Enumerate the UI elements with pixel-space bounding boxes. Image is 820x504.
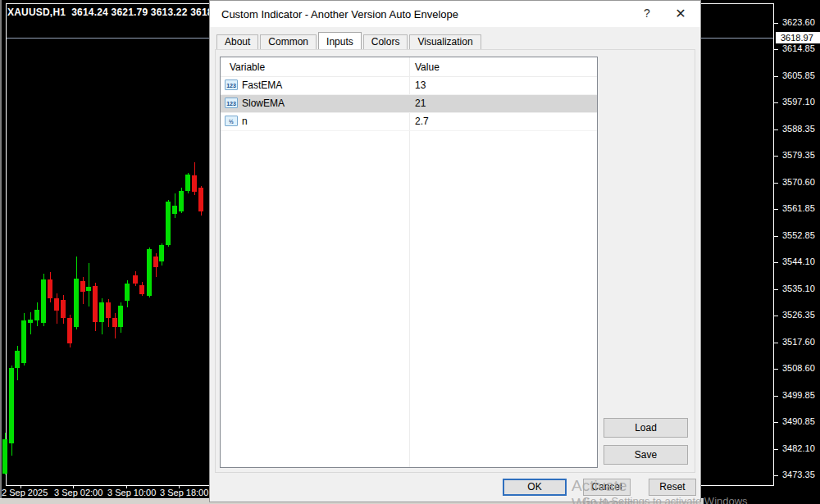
- chart-border-left: [6, 3, 7, 486]
- price-axis-label: 3605.85: [782, 70, 815, 80]
- candle-wick: [89, 263, 89, 306]
- candle-body: [15, 351, 20, 368]
- param-value[interactable]: 21: [415, 98, 426, 109]
- price-axis-label: 3579.35: [782, 150, 815, 160]
- candle-body: [74, 279, 79, 327]
- price-axis-tick: [774, 343, 778, 343]
- price-axis-label: 3535.10: [782, 284, 815, 293]
- param-type-icon: 123: [225, 98, 238, 108]
- price-axis-tick: [774, 262, 778, 263]
- price-axis-label: 3561.85: [782, 203, 815, 213]
- candle-body: [153, 257, 158, 267]
- price-axis-tick: [774, 156, 778, 157]
- time-axis-tick: [179, 485, 180, 488]
- time-axis-label: 3 Sep 18:00: [160, 488, 208, 497]
- price-axis-label: 3544.10: [782, 257, 815, 266]
- help-icon[interactable]: ?: [638, 7, 656, 21]
- candle-body: [125, 284, 130, 301]
- price-axis-tick: [774, 422, 778, 423]
- candle-body: [172, 206, 177, 214]
- candle-body: [41, 279, 46, 323]
- table-header-variable: Variable: [230, 61, 265, 73]
- price-axis-label: 3552.85: [782, 230, 815, 240]
- param-value[interactable]: 13: [415, 79, 426, 91]
- custom-indicator-dialog: Custom Indicator - Another Version Auto …: [209, 0, 701, 502]
- price-axis-label: 3517.60: [782, 337, 815, 347]
- price-axis-tick: [774, 23, 778, 24]
- current-price-tag: 3618.97: [776, 32, 820, 43]
- save-button[interactable]: Save: [604, 445, 688, 465]
- price-axis-tick: [774, 209, 778, 210]
- candle-body: [21, 320, 26, 363]
- price-axis-tick: [774, 49, 778, 50]
- candle-body: [147, 249, 152, 296]
- price-axis-tick: [774, 102, 778, 103]
- price-axis-label: 3473.35: [782, 470, 815, 479]
- candle-body: [159, 245, 164, 261]
- cancel-button[interactable]: Cancel: [583, 479, 631, 496]
- table-row-slowema[interactable]: 123SlowEMA21: [221, 95, 597, 113]
- price-axis-label: 3499.85: [782, 390, 815, 400]
- time-axis-label: 2 Sep 2025: [2, 488, 48, 497]
- dialog-tabs: AboutCommonInputsColorsVisualization: [216, 34, 483, 50]
- price-axis-tick: [774, 449, 778, 450]
- price-axis-label: 3588.35: [782, 124, 815, 134]
- price-axis-label: 3614.85: [782, 43, 815, 53]
- time-axis-label: 3 Sep 10:00: [107, 488, 156, 497]
- table-row-fastema[interactable]: 123FastEMA13: [221, 77, 597, 95]
- chart-symbol-ohlc-label: XAUUSD,H1 3614.24 3621.79 3613.22 3618.9…: [7, 7, 227, 18]
- price-axis-tick: [774, 236, 778, 237]
- price-axis-tick: [774, 475, 778, 476]
- candle-body: [139, 285, 144, 294]
- tab-common[interactable]: Common: [260, 34, 317, 50]
- candle-body: [80, 281, 85, 292]
- reset-button[interactable]: Reset: [649, 479, 696, 496]
- table-header-row: Variable Value: [221, 57, 597, 77]
- time-axis-label: 3 Sep 02:00: [54, 488, 102, 497]
- price-axis-tick: [774, 396, 778, 397]
- candle-body: [93, 286, 98, 322]
- candle-body: [86, 287, 91, 291]
- ok-button[interactable]: OK: [503, 479, 567, 496]
- dialog-title: Custom Indicator - Another Version Auto …: [221, 8, 458, 20]
- close-icon[interactable]: ✕: [671, 5, 690, 23]
- tab-inputs[interactable]: Inputs: [318, 32, 362, 51]
- time-axis-tick: [20, 485, 21, 488]
- candle-body: [34, 310, 39, 320]
- price-axis-label: 3526.35: [782, 310, 815, 320]
- param-type-icon: ½: [225, 116, 238, 126]
- price-axis-tick: [774, 316, 778, 316]
- candle-body: [118, 306, 123, 327]
- candle-body: [61, 300, 66, 318]
- candle-body: [133, 275, 138, 284]
- load-button[interactable]: Load: [604, 418, 688, 438]
- table-row-n[interactable]: ½n2.7: [221, 113, 597, 131]
- candle-wick: [30, 312, 31, 334]
- price-axis-label: 3570.60: [782, 177, 815, 187]
- price-axis-tick: [774, 76, 778, 77]
- price-axis-label: 3508.60: [782, 363, 815, 373]
- price-axis-tick: [774, 369, 778, 370]
- price-axis-label: 3597.10: [782, 97, 815, 107]
- candle-body: [2, 439, 7, 474]
- candle-body: [48, 279, 52, 298]
- candle-body: [192, 175, 197, 192]
- tab-visualization[interactable]: Visualization: [409, 34, 481, 50]
- param-type-icon: 123: [225, 79, 238, 90]
- inputs-table[interactable]: Variable Value 123FastEMA13123SlowEMA21½…: [220, 57, 598, 468]
- candle-body: [166, 202, 171, 245]
- price-axis-label: 3482.10: [782, 443, 815, 453]
- tab-colors[interactable]: Colors: [363, 34, 408, 50]
- tab-about[interactable]: About: [216, 34, 258, 50]
- param-name: n: [242, 116, 248, 127]
- price-axis-label: 3623.60: [782, 17, 815, 27]
- param-value[interactable]: 2.7: [415, 116, 429, 127]
- candle-body: [67, 318, 72, 343]
- price-axis-tick: [774, 289, 778, 290]
- time-axis-tick: [73, 485, 74, 488]
- candle-body: [99, 302, 104, 322]
- dialog-titlebar[interactable]: Custom Indicator - Another Version Auto …: [210, 1, 700, 27]
- time-axis-tick: [126, 485, 127, 488]
- candle-body: [9, 368, 14, 443]
- price-axis-tick: [774, 129, 778, 130]
